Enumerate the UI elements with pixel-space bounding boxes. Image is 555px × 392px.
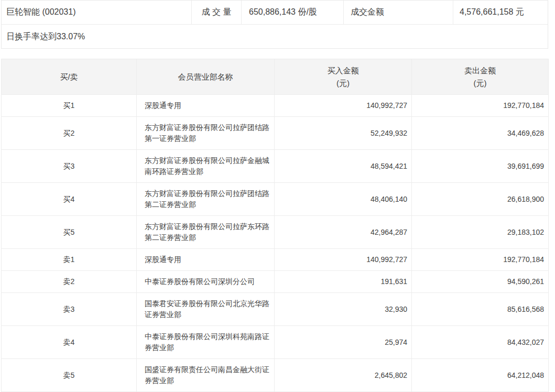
sell-amount-cell: 29,183,102 <box>412 216 549 249</box>
table-row: 卖4 中泰证券股份有限公司深圳科苑南路证券营业部 25,974 84,432,0… <box>2 326 549 359</box>
branch-name-cell: 中泰证券股份有限公司深圳分公司 <box>137 271 275 293</box>
col-header-buy-amount-line1: 买入金额 <box>275 64 411 77</box>
sell-amount-cell: 85,616,568 <box>412 293 549 326</box>
side-rank-cell: 卖3 <box>2 293 137 326</box>
table-body: 买1 深股通专用 140,992,727 192,770,184 买2 东方财富… <box>2 95 549 392</box>
side-rank-cell: 卖4 <box>2 326 137 359</box>
buy-amount-cell: 140,992,727 <box>275 249 412 271</box>
buy-amount-cell: 32,930 <box>275 293 412 326</box>
turnover-rate-note: 日换手率达到33.07% <box>2 25 548 48</box>
branch-name-cell: 深股通专用 <box>137 249 275 271</box>
sell-amount-cell: 192,770,184 <box>412 249 549 271</box>
col-header-sell-amount: 卖出金额 (元) <box>412 59 549 95</box>
sell-amount-cell: 64,212,048 <box>412 359 549 392</box>
col-header-branch: 会员营业部名称 <box>137 59 275 95</box>
side-rank-cell: 卖1 <box>2 249 137 271</box>
side-rank-cell: 买5 <box>2 216 137 249</box>
buy-amount-cell: 42,964,287 <box>275 216 412 249</box>
side-rank-cell: 买4 <box>2 183 137 216</box>
side-rank-cell: 买2 <box>2 117 137 150</box>
branch-name-cell: 东方财富证券股份有限公司拉萨金融城南环路证券营业部 <box>137 150 275 183</box>
sell-amount-cell: 39,691,699 <box>412 150 549 183</box>
side-rank-cell: 买3 <box>2 150 137 183</box>
branch-name-cell: 东方财富证券股份有限公司拉萨团结路第一证券营业部 <box>137 117 275 150</box>
sell-amount-cell: 34,469,628 <box>412 117 549 150</box>
branch-name-cell: 国盛证券有限责任公司南昌金融大街证券营业部 <box>137 359 275 392</box>
col-header-sell-amount-line2: (元) <box>412 77 548 90</box>
stock-title: 巨轮智能 (002031) <box>2 1 191 24</box>
side-rank-cell: 卖5 <box>2 359 137 392</box>
table-header-row: 买/卖 会员营业部名称 买入金额 (元) 卖出金额 (元) <box>2 59 549 95</box>
table-row: 买3 东方财富证券股份有限公司拉萨金融城南环路证券营业部 48,594,421 … <box>2 150 549 183</box>
branch-name-cell: 东方财富证券股份有限公司拉萨东环路第二证券营业部 <box>137 216 275 249</box>
side-rank-cell: 卖2 <box>2 271 137 293</box>
branch-name-cell: 中泰证券股份有限公司深圳科苑南路证券营业部 <box>137 326 275 359</box>
volume-label: 成 交 量 <box>191 1 241 24</box>
buy-amount-cell: 25,974 <box>275 326 412 359</box>
table-row: 卖1 深股通专用 140,992,727 192,770,184 <box>2 249 549 271</box>
col-header-buy-amount-line2: (元) <box>275 77 411 90</box>
buy-amount-cell: 2,645,802 <box>275 359 412 392</box>
buy-amount-cell: 52,249,932 <box>275 117 412 150</box>
col-header-buy-amount: 买入金额 (元) <box>275 59 412 95</box>
table-row: 买5 东方财富证券股份有限公司拉萨东环路第二证券营业部 42,964,287 2… <box>2 216 549 249</box>
col-header-side: 买/卖 <box>2 59 137 95</box>
sell-amount-cell: 26,618,900 <box>412 183 549 216</box>
stock-summary-panel: 巨轮智能 (002031) 成 交 量 650,886,143 份/股 成交金额… <box>1 0 548 49</box>
buy-amount-cell: 48,594,421 <box>275 150 412 183</box>
buy-amount-cell: 48,406,140 <box>275 183 412 216</box>
branch-name-cell: 国泰君安证券股份有限公司北京光华路证券营业部 <box>137 293 275 326</box>
turnover-amount-value: 4,576,661,158 元 <box>453 1 548 24</box>
broker-seats-table: 买/卖 会员营业部名称 买入金额 (元) 卖出金额 (元) 买1 深股通专用 1… <box>1 59 549 392</box>
table-row: 买1 深股通专用 140,992,727 192,770,184 <box>2 95 549 117</box>
table-row: 卖2 中泰证券股份有限公司深圳分公司 191,631 94,590,261 <box>2 271 549 293</box>
table-row: 买2 东方财富证券股份有限公司拉萨团结路第一证券营业部 52,249,932 3… <box>2 117 549 150</box>
branch-name-cell: 深股通专用 <box>137 95 275 117</box>
sell-amount-cell: 84,432,027 <box>412 326 549 359</box>
table-row: 买4 东方财富证券股份有限公司拉萨团结路第二证券营业部 48,406,140 2… <box>2 183 549 216</box>
sell-amount-cell: 192,770,184 <box>412 95 549 117</box>
sell-amount-cell: 94,590,261 <box>412 271 549 293</box>
table-row: 卖3 国泰君安证券股份有限公司北京光华路证券营业部 32,930 85,616,… <box>2 293 549 326</box>
page-container: 巨轮智能 (002031) 成 交 量 650,886,143 份/股 成交金额… <box>1 0 548 392</box>
table-row: 卖5 国盛证券有限责任公司南昌金融大街证券营业部 2,645,802 64,21… <box>2 359 549 392</box>
side-rank-cell: 买1 <box>2 95 137 117</box>
col-header-sell-amount-line1: 卖出金额 <box>412 64 548 77</box>
buy-amount-cell: 191,631 <box>275 271 412 293</box>
buy-amount-cell: 140,992,727 <box>275 95 412 117</box>
volume-value: 650,886,143 份/股 <box>241 1 343 24</box>
branch-name-cell: 东方财富证券股份有限公司拉萨团结路第二证券营业部 <box>137 183 275 216</box>
stock-summary-row: 巨轮智能 (002031) 成 交 量 650,886,143 份/股 成交金额… <box>2 1 548 25</box>
turnover-amount-label: 成交金额 <box>343 1 453 24</box>
